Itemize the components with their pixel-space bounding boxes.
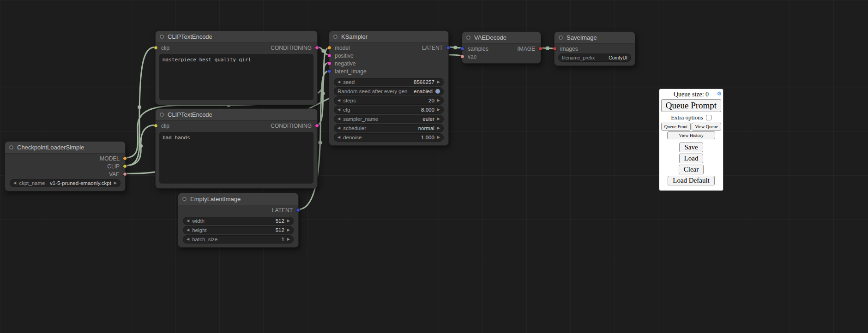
node-title-bar[interactable]: CLIPTextEncode (156, 109, 317, 121)
image-output-dot-icon[interactable] (538, 47, 542, 51)
node-title-bar[interactable]: SaveImage (555, 32, 635, 44)
increment-arrow-icon[interactable]: ▶ (437, 136, 440, 139)
decrement-arrow-icon[interactable]: ◀ (187, 238, 189, 241)
increment-arrow-icon[interactable]: ▶ (437, 117, 440, 121)
view-queue-button[interactable]: View Queue (692, 123, 721, 131)
input-slot-negative[interactable]: negative (329, 60, 356, 67)
output-slot-model[interactable]: MODEL (100, 155, 125, 162)
collapse-dot-icon[interactable] (160, 35, 164, 39)
images-input-dot-icon[interactable] (553, 47, 557, 51)
input-slot-samples[interactable]: samples (462, 46, 488, 52)
vae-input-dot-icon[interactable] (460, 54, 464, 59)
node-title-bar[interactable]: CLIPTextEncode (156, 31, 317, 43)
increment-arrow-icon[interactable]: ▶ (437, 126, 440, 130)
conditioning-output-dot-icon[interactable] (315, 46, 319, 50)
node-title-bar[interactable]: EmptyLatentImage (178, 193, 298, 205)
latent-output-dot-icon[interactable] (446, 46, 450, 50)
clear-button[interactable]: Clear (679, 165, 704, 174)
collapse-dot-icon[interactable] (9, 145, 13, 149)
node-cliptextencode-positive[interactable]: CLIPTextEncode clip CONDITIONING masterp… (155, 30, 318, 105)
clip-input-dot-icon[interactable] (154, 46, 158, 50)
clip-output-dot-icon[interactable] (123, 164, 127, 168)
node-emptylatentimage[interactable]: EmptyLatentImage LATENT ◀ width 512 ▶ ◀ … (178, 193, 299, 248)
vae-output-dot-icon[interactable] (123, 172, 127, 176)
output-slot-clip[interactable]: CLIP (107, 163, 125, 170)
load-default-button[interactable]: Load Default (668, 176, 715, 185)
node-ksampler[interactable]: KSampler model LATENT positive negative … (329, 30, 449, 146)
output-slot-latent[interactable]: LATENT (272, 207, 298, 214)
widget-ckpt-name[interactable]: ◀ ckpt_name v1-5-pruned-emaonly.ckpt ▶ (10, 179, 121, 187)
conditioning-output-dot-icon[interactable] (315, 124, 319, 128)
increment-arrow-icon[interactable]: ▶ (287, 219, 290, 223)
widget-sampler-name[interactable]: ◀ sampler_name euler ▶ (334, 115, 444, 123)
output-slot-image[interactable]: IMAGE (517, 46, 541, 52)
input-slot-positive[interactable]: positive (329, 53, 354, 59)
widget-height[interactable]: ◀ height 512 ▶ (183, 226, 294, 234)
widget-seed[interactable]: ◀ seed 8566257 ▶ (334, 78, 444, 86)
settings-gear-icon[interactable]: ⚙ (717, 90, 722, 97)
node-checkpointloadersimple[interactable]: CheckpointLoaderSimple MODEL CLIP VAE ◀ … (5, 141, 126, 191)
toggle-dot-icon[interactable] (435, 89, 440, 94)
widget-scheduler[interactable]: ◀ scheduler normal ▶ (334, 124, 444, 132)
collapse-dot-icon[interactable] (182, 197, 187, 201)
increment-arrow-icon[interactable]: ▶ (287, 238, 290, 241)
decrement-arrow-icon[interactable]: ◀ (338, 108, 340, 112)
decrement-arrow-icon[interactable]: ◀ (338, 99, 340, 102)
widget-width[interactable]: ◀ width 512 ▶ (183, 217, 294, 225)
collapse-dot-icon[interactable] (559, 36, 563, 40)
output-slot-latent[interactable]: LATENT (422, 45, 448, 51)
widget-filename-prefix[interactable]: filename_prefix ComfyUI (558, 54, 631, 62)
node-vaedecode[interactable]: VAEDecode samples IMAGE vae (462, 31, 541, 64)
output-slot-conditioning[interactable]: CONDITIONING (271, 123, 317, 129)
widget-cfg[interactable]: ◀ cfg 8.000 ▶ (334, 106, 444, 114)
input-slot-clip[interactable]: clip (156, 45, 169, 51)
increment-arrow-icon[interactable]: ▶ (437, 108, 440, 112)
model-input-dot-icon[interactable] (327, 46, 332, 50)
node-title-bar[interactable]: CheckpointLoaderSimple (5, 142, 125, 154)
model-output-dot-icon[interactable] (123, 156, 127, 161)
prompt-textarea[interactable]: bad hands (159, 132, 313, 184)
prompt-textarea[interactable]: masterpiece best quality girl (159, 54, 313, 100)
clip-input-dot-icon[interactable] (154, 124, 158, 128)
decrement-arrow-icon[interactable]: ◀ (338, 80, 340, 84)
node-cliptextencode-negative[interactable]: CLIPTextEncode clip CONDITIONING bad han… (155, 108, 318, 189)
latent-input-dot-icon[interactable] (327, 69, 332, 73)
increment-arrow-icon[interactable]: ▶ (437, 80, 440, 84)
extra-options-checkbox[interactable] (706, 115, 711, 120)
decrement-arrow-icon[interactable]: ◀ (338, 136, 340, 139)
node-title-bar[interactable]: KSampler (329, 31, 448, 43)
node-title-bar[interactable]: VAEDecode (462, 32, 541, 44)
latent-output-dot-icon[interactable] (296, 208, 300, 212)
decrement-arrow-icon[interactable]: ◀ (13, 181, 16, 185)
decrement-arrow-icon[interactable]: ◀ (187, 219, 189, 223)
output-slot-vae[interactable]: VAE (109, 171, 125, 178)
load-button[interactable]: Load (679, 154, 704, 163)
queue-front-button[interactable]: Queue Front (661, 123, 691, 131)
widget-random-seed-toggle[interactable]: Random seed after every gen enabled (334, 87, 444, 95)
increment-arrow-icon[interactable]: ▶ (437, 99, 440, 102)
widget-denoise[interactable]: ◀ denoise 1.000 ▶ (334, 133, 444, 142)
view-history-button[interactable]: View History (667, 131, 715, 139)
samples-input-dot-icon[interactable] (460, 47, 464, 51)
input-slot-images[interactable]: images (555, 46, 578, 52)
increment-arrow-icon[interactable]: ▶ (114, 181, 117, 185)
save-button[interactable]: Save (679, 143, 703, 152)
input-slot-model[interactable]: model (329, 45, 350, 51)
decrement-arrow-icon[interactable]: ◀ (187, 228, 189, 232)
node-saveimage[interactable]: SaveImage images filename_prefix ComfyUI (554, 31, 635, 66)
widget-steps[interactable]: ◀ steps 20 ▶ (334, 96, 444, 105)
collapse-dot-icon[interactable] (160, 113, 164, 117)
decrement-arrow-icon[interactable]: ◀ (338, 117, 340, 121)
negative-input-dot-icon[interactable] (327, 61, 332, 65)
input-slot-vae[interactable]: vae (462, 54, 476, 60)
widget-batch-size[interactable]: ◀ batch_size 1 ▶ (183, 235, 294, 244)
output-slot-conditioning[interactable]: CONDITIONING (271, 45, 317, 51)
input-slot-clip[interactable]: clip (156, 123, 169, 129)
queue-prompt-button[interactable]: Queue Prompt (661, 99, 721, 112)
positive-input-dot-icon[interactable] (327, 54, 332, 58)
decrement-arrow-icon[interactable]: ◀ (338, 126, 340, 130)
collapse-dot-icon[interactable] (466, 36, 470, 40)
collapse-dot-icon[interactable] (333, 35, 338, 39)
input-slot-latent-image[interactable]: latent_image (329, 68, 367, 75)
increment-arrow-icon[interactable]: ▶ (287, 228, 290, 232)
